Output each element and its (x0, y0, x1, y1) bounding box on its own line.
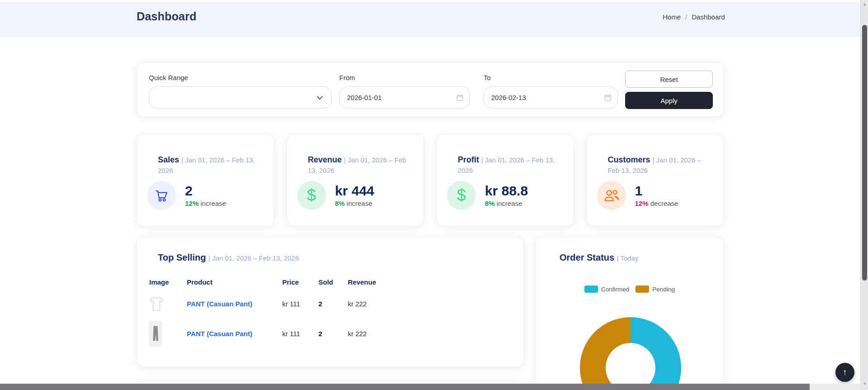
sold-cell: 2 (318, 330, 348, 338)
from-label: From (339, 74, 355, 81)
product-link[interactable]: PANT (Casuan Pant) (187, 330, 252, 338)
vertical-scrollbar[interactable]: ▲ ▼ (860, 0, 868, 390)
order-status-title: Order Status (560, 252, 614, 262)
table-row: PANT (Casuan Pant) kr 111 2 kr 222 (149, 291, 514, 316)
revenue-cell: kr 222 (348, 300, 514, 308)
col-sold: Sold (318, 278, 348, 286)
chart-legend: Confirmed Pending (536, 285, 723, 293)
to-date-field (484, 86, 618, 109)
stat-title: Customers (608, 155, 650, 164)
stat-delta-direction: increase (200, 200, 226, 207)
stat-value: 2 (185, 184, 226, 198)
stat-title: Profit (458, 155, 479, 164)
stat-delta-direction: increase (346, 200, 372, 207)
col-price: Price (282, 278, 318, 286)
legend-label: Pending (652, 286, 675, 293)
stat-delta-percent: 12% (635, 200, 649, 207)
table-header-row: Image Product Price Sold Revenue (149, 275, 514, 289)
scroll-to-top-button[interactable]: ↑ (835, 363, 854, 382)
arrow-up-icon: ↑ (843, 367, 847, 377)
to-label: To (484, 74, 491, 81)
revenue-cell: kr 222 (348, 330, 514, 338)
horizontal-scrollbar-thumb[interactable] (0, 384, 810, 390)
price-cell: kr 111 (282, 330, 318, 338)
stat-value: kr 88.8 (485, 184, 528, 198)
stat-delta-direction: decrease (650, 200, 678, 207)
header-band (0, 2, 860, 37)
legend-chip-confirmed (584, 285, 598, 293)
scrollbar-up-arrow-icon[interactable]: ▲ (861, 0, 868, 8)
chevron-down-icon (317, 94, 323, 101)
legend-chip-pending (636, 285, 649, 293)
top-selling-period: | Jan 01, 2026 – Feb 13, 2026 (209, 254, 299, 262)
from-date-field (339, 86, 470, 109)
col-revenue: Revenue (348, 278, 514, 286)
stat-title: Revenue (308, 155, 342, 164)
top-selling-card: Top Selling | Jan 01, 2026 – Feb 13, 202… (137, 237, 524, 367)
stat-delta-percent: 12% (185, 200, 199, 207)
donut-hole (606, 343, 655, 390)
stat-delta-direction: increase (497, 200, 522, 207)
stat-card-customers: Customers | Jan 01, 2026 – Feb 13, 2026 … (587, 134, 724, 226)
stat-value: 1 (635, 184, 678, 198)
filter-card: Quick Range From To Reset Apply (137, 62, 724, 117)
breadcrumb-current: Dashboard (692, 13, 725, 21)
calendar-icon[interactable] (456, 94, 464, 103)
breadcrumb-home-link[interactable]: Home (663, 13, 681, 21)
pants-image (149, 321, 187, 346)
cart-icon (147, 181, 176, 210)
vertical-scrollbar-thumb[interactable] (862, 25, 867, 281)
stats-row: Sales | Jan 01, 2026 – Feb 13, 2026 2 12… (137, 134, 724, 226)
legend-label: Confirmed (601, 286, 629, 293)
users-icon (597, 181, 626, 210)
breadcrumb: Home / Dashboard (663, 13, 725, 21)
calendar-icon[interactable] (604, 94, 612, 103)
tshirt-image (149, 295, 187, 312)
breadcrumb-separator: / (685, 13, 687, 21)
quick-range-select[interactable] (149, 86, 332, 109)
stat-card-sales: Sales | Jan 01, 2026 – Feb 13, 2026 2 12… (137, 134, 274, 226)
reset-button[interactable]: Reset (625, 71, 713, 88)
to-date-input[interactable] (484, 94, 617, 101)
sold-cell: 2 (318, 300, 348, 308)
stat-value: kr 444 (335, 184, 375, 198)
legend-item-confirmed[interactable]: Confirmed (584, 285, 629, 293)
dollar-icon: $ (447, 181, 476, 210)
top-selling-title: Top Selling (158, 252, 206, 262)
order-status-donut (580, 317, 681, 390)
scrollbar-down-arrow-icon[interactable]: ▼ (861, 380, 868, 387)
price-cell: kr 111 (282, 300, 318, 308)
horizontal-scrollbar[interactable] (0, 384, 860, 390)
product-link[interactable]: PANT (Casuan Pant) (187, 300, 252, 308)
stat-delta-percent: 8% (335, 200, 345, 207)
from-date-input[interactable] (340, 94, 470, 101)
stat-title: Sales (158, 155, 179, 164)
table-row: PANT (Casuan Pant) kr 111 2 kr 222 (149, 316, 514, 351)
page-title: Dashboard (137, 10, 196, 23)
legend-item-pending[interactable]: Pending (636, 285, 675, 293)
stat-card-profit: Profit | Jan 01, 2026 – Feb 13, 2026 $ k… (436, 134, 574, 226)
stat-delta-percent: 8% (485, 200, 495, 207)
dollar-icon: $ (297, 181, 326, 210)
col-image: Image (149, 278, 187, 286)
quick-range-label: Quick Range (149, 74, 188, 81)
order-status-period: | Today (617, 254, 639, 262)
apply-button[interactable]: Apply (625, 92, 713, 109)
col-product: Product (187, 278, 282, 286)
order-status-card: Order Status | Today Confirmed Pending (536, 237, 724, 390)
stat-card-revenue: Revenue | Jan 01, 2026 – Feb 13, 2026 $ … (287, 134, 424, 226)
